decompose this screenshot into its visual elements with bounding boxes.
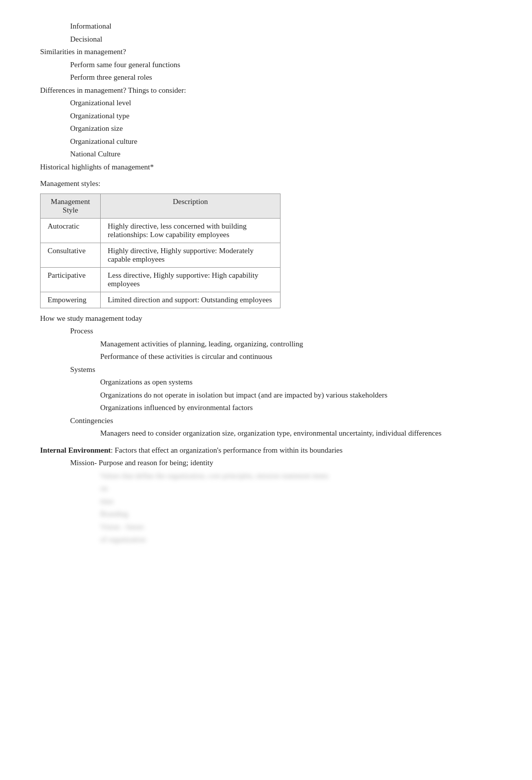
perform-three-line: Perform three general roles xyxy=(40,71,491,84)
mission-line: Mission- Purpose and reason for being; i… xyxy=(40,457,491,470)
internal-env-line: Internal Environment: Factors that effec… xyxy=(40,444,491,457)
org-type-line: Organizational type xyxy=(40,110,491,123)
blurred-line-1: Values that define the organization, cor… xyxy=(40,470,491,483)
systems-label: Systems xyxy=(40,363,491,376)
table-row: Autocratic Highly directive, less concer… xyxy=(41,218,281,243)
style-empowering: Empowering xyxy=(41,292,101,308)
systems-item-3: Organizations influenced by environmenta… xyxy=(40,402,491,415)
process-label: Process xyxy=(40,325,491,338)
similarities-line: Similarities in management? xyxy=(40,46,491,59)
org-level-line: Organizational level xyxy=(40,97,491,110)
perform-four-line: Perform same four general functions xyxy=(40,59,491,72)
blurred-line-4: Vision - future of organization xyxy=(40,521,150,546)
internal-env-bold: Internal Environment xyxy=(40,446,111,454)
differences-line: Differences in management? Things to con… xyxy=(40,84,491,97)
style-autocratic: Autocratic xyxy=(41,218,101,243)
process-item-2: Performance of these activities is circu… xyxy=(40,350,491,363)
desc-autocratic: Highly directive, less concerned with bu… xyxy=(100,218,280,243)
desc-empowering: Limited direction and support: Outstandi… xyxy=(100,292,280,308)
contingencies-label: Contingencies xyxy=(40,415,491,428)
desc-participative: Less directive, Highly supportive: High … xyxy=(100,267,280,292)
management-styles-table: ManagementStyle Description Autocratic H… xyxy=(40,193,281,308)
mgmt-styles-label: Management styles: xyxy=(40,177,491,190)
process-item-1: Management activities of planning, leadi… xyxy=(40,338,491,351)
how-we-study-line: How we study management today xyxy=(40,312,491,325)
blurred-line-2: on time xyxy=(40,482,100,508)
table-row: Empowering Limited direction and support… xyxy=(41,292,281,308)
systems-item-1: Organizations as open systems xyxy=(40,376,491,389)
informational-line: Informational xyxy=(40,20,491,33)
org-culture-line: Organizational culture xyxy=(40,135,491,148)
systems-item-2: Organizations do not operate in isolatio… xyxy=(40,389,491,402)
table-header-desc: Description xyxy=(100,193,280,218)
table-header-style: ManagementStyle xyxy=(41,193,101,218)
table-row: Consultative Highly directive, Highly su… xyxy=(41,243,281,267)
style-consultative: Consultative xyxy=(41,243,101,267)
national-culture-line: National Culture xyxy=(40,148,491,161)
blurred-line-3: Branding xyxy=(40,508,100,521)
contingencies-item-1: Managers need to consider organization s… xyxy=(40,427,491,440)
historical-line: Historical highlights of management* xyxy=(40,161,491,174)
main-content: Informational Decisional Similarities in… xyxy=(40,20,491,546)
style-participative: Participative xyxy=(41,267,101,292)
decisional-line: Decisional xyxy=(40,33,491,46)
table-row: Participative Less directive, Highly sup… xyxy=(41,267,281,292)
org-size-line: Organization size xyxy=(40,122,491,135)
internal-env-rest: : Factors that effect an organization's … xyxy=(111,446,343,454)
desc-consultative: Highly directive, Highly supportive: Mod… xyxy=(100,243,280,267)
